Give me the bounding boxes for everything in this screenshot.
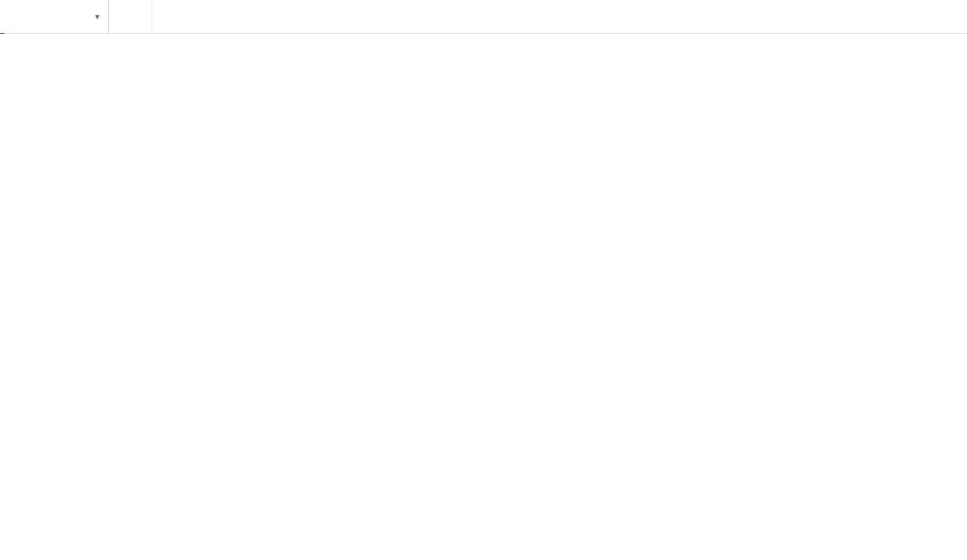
formula-input[interactable]: [152, 0, 967, 33]
fx-icon: [109, 0, 152, 33]
formula-bar: ▼: [0, 0, 967, 34]
name-box[interactable]: ▼: [0, 0, 109, 33]
chevron-down-icon[interactable]: ▼: [94, 13, 101, 21]
